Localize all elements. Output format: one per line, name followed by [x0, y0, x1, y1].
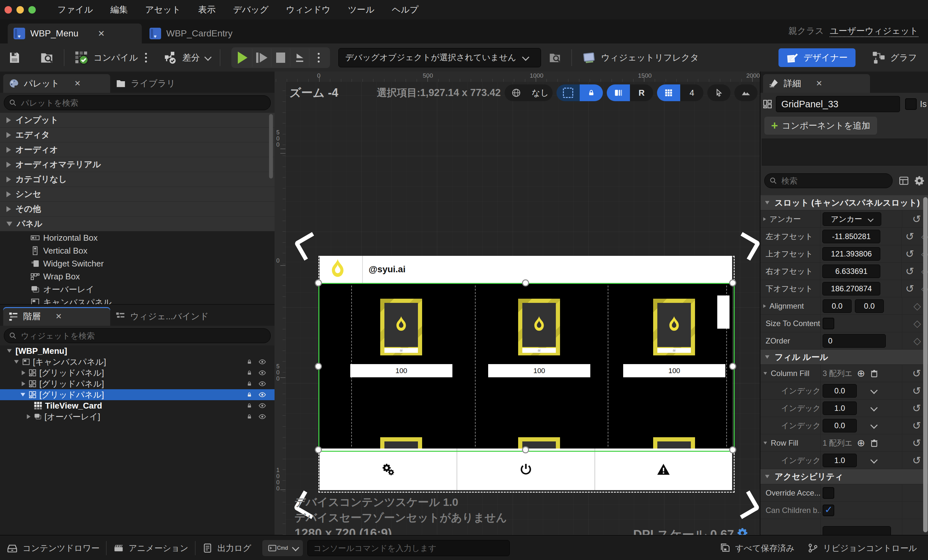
close-icon[interactable]: ✕: [55, 312, 62, 321]
tab-palette[interactable]: パレット ✕: [3, 74, 110, 93]
resize-handle[interactable]: [522, 279, 529, 287]
section-slot[interactable]: スロット (キャンバスパネルスロット): [760, 195, 928, 211]
override-accessible-checkbox[interactable]: [823, 487, 834, 499]
reset-icon[interactable]: ↺: [912, 214, 921, 224]
reset-icon[interactable]: ↺: [905, 266, 914, 276]
add-component-button[interactable]: + コンポーネントを追加: [764, 117, 877, 135]
grid-snap-button[interactable]: [657, 84, 680, 101]
compile-button[interactable]: コンパイル: [74, 50, 138, 65]
resize-handle[interactable]: [729, 363, 736, 370]
menu-debug[interactable]: デバッグ: [233, 4, 269, 15]
palette-item-vertical-box[interactable]: Vertical Box: [0, 244, 275, 257]
revision-control-button[interactable]: リビジョンコントロール: [807, 543, 917, 554]
console-command-input[interactable]: [307, 540, 510, 556]
designer-viewport[interactable]: 0 500 1000 1500 2000 500 0 500 1000 @syu…: [275, 72, 760, 535]
resize-handle[interactable]: [315, 363, 322, 370]
reset-icon[interactable]: ↺: [912, 386, 921, 396]
menu-tools[interactable]: ツール: [348, 4, 374, 15]
eye-icon[interactable]: [258, 380, 266, 388]
corner-resize-handle[interactable]: [732, 232, 760, 261]
index-input[interactable]: 1.0: [823, 454, 857, 467]
offset-top-input[interactable]: 121.393806: [822, 247, 880, 261]
lock-icon[interactable]: [246, 392, 253, 398]
save-all-status-button[interactable]: すべて保存済み: [719, 543, 794, 554]
index-input[interactable]: 1.0: [823, 401, 857, 415]
add-element-icon[interactable]: ⊕: [857, 368, 865, 379]
lock-icon[interactable]: [246, 359, 253, 365]
resize-handle[interactable]: [315, 446, 322, 453]
eye-icon[interactable]: [258, 402, 266, 409]
lock-widget-button[interactable]: [580, 84, 603, 101]
palette-search-input[interactable]: [20, 98, 266, 108]
alignment-y-input[interactable]: 0.0: [855, 299, 884, 313]
add-element-icon[interactable]: ⊕: [857, 437, 865, 449]
zorder-input[interactable]: 0: [823, 334, 886, 348]
minimize-window-button[interactable]: [17, 6, 24, 14]
tab-library[interactable]: ライブラリ: [110, 74, 180, 93]
localization-none-button[interactable]: なし: [528, 84, 553, 101]
offset-right-input[interactable]: 6.633691: [822, 264, 880, 278]
eye-icon[interactable]: [258, 413, 266, 421]
palette-category-other[interactable]: その他: [0, 202, 275, 217]
output-log-button[interactable]: 出力ログ: [202, 543, 251, 554]
palette-category-input[interactable]: インプット: [0, 113, 275, 128]
reset-icon[interactable]: ↺: [905, 284, 914, 294]
reset-icon[interactable]: ↺: [912, 368, 921, 378]
tree-row-grid-panel-2[interactable]: [グリッドパネル]: [0, 378, 275, 389]
details-scrollbar[interactable]: [923, 197, 928, 532]
reset-icon[interactable]: ↺: [905, 231, 914, 242]
reset-icon[interactable]: ↺: [912, 455, 921, 465]
details-search[interactable]: [764, 173, 893, 188]
resize-handle[interactable]: [729, 446, 736, 453]
eye-icon[interactable]: [258, 369, 266, 377]
resize-handle[interactable]: [729, 279, 736, 287]
object-name-input[interactable]: GridPanel_33: [776, 96, 900, 112]
step-button[interactable]: [252, 49, 271, 67]
content-drawer-button[interactable]: コンテンツドロワー: [6, 542, 99, 554]
browse-to-asset-button[interactable]: [39, 50, 54, 65]
tree-row-wbp-menu[interactable]: [WBP_Menu]: [0, 345, 275, 356]
widget-reflector-button[interactable]: ウィジェットリフレクタ: [582, 50, 699, 65]
reset-icon[interactable]: ↺: [912, 403, 921, 414]
palette-item-overlay[interactable]: オーバーレイ: [0, 283, 275, 296]
eye-icon[interactable]: [258, 391, 266, 398]
grid-snap-size[interactable]: 4: [680, 84, 704, 101]
close-window-button[interactable]: [5, 6, 12, 14]
design-canvas[interactable]: @syui.ai ai ai ai 100: [285, 82, 760, 535]
lock-icon[interactable]: [246, 380, 253, 387]
compile-options-icon[interactable]: [145, 53, 147, 63]
tile-list-scrollbar[interactable]: [717, 296, 730, 329]
section-accessibility[interactable]: アクセシビリティ: [760, 469, 928, 484]
play-options-button[interactable]: [309, 49, 328, 67]
stop-button[interactable]: [271, 49, 290, 67]
play-button[interactable]: [233, 49, 252, 67]
menu-window[interactable]: ウィンドウ: [286, 4, 331, 15]
palette-category-editor[interactable]: エディタ: [0, 128, 275, 142]
hierarchy-search[interactable]: [4, 328, 271, 343]
menu-edit[interactable]: 編集: [110, 4, 128, 15]
palette-item-horizontal-box[interactable]: Horizontal Box: [0, 231, 275, 244]
anchor-dropdown[interactable]: アンカー: [823, 212, 881, 226]
palette-category-audio-material[interactable]: オーディオマテリアル: [0, 157, 275, 172]
palette-scrollbar[interactable]: [269, 114, 273, 179]
tab-hierarchy[interactable]: 階層 ✕: [3, 307, 110, 326]
corner-resize-handle[interactable]: [731, 490, 760, 519]
dpi-settings-gear-icon[interactable]: [737, 527, 748, 535]
palette-search[interactable]: [4, 95, 271, 110]
palette-category-panel[interactable]: パネル: [0, 217, 275, 231]
reset-icon[interactable]: ↺: [905, 249, 914, 259]
resize-handle[interactable]: [315, 279, 322, 287]
alignment-x-input[interactable]: 0.0: [823, 299, 852, 313]
advance-button[interactable]: [290, 49, 309, 67]
globe-button[interactable]: [505, 84, 528, 101]
settings-gear-icon[interactable]: [914, 175, 925, 186]
lock-icon[interactable]: [246, 403, 253, 409]
browse-debug-object-button[interactable]: [548, 51, 562, 64]
palette-item-wrap-box[interactable]: Wrap Box: [0, 270, 275, 283]
can-children-checkbox[interactable]: [823, 505, 834, 516]
save-button[interactable]: [8, 51, 21, 64]
lock-icon[interactable]: [246, 369, 253, 376]
tree-row-overlay[interactable]: [オーバーレイ]: [0, 411, 275, 422]
trash-icon[interactable]: [870, 438, 879, 447]
offset-bottom-input[interactable]: 186.270874: [822, 282, 880, 296]
